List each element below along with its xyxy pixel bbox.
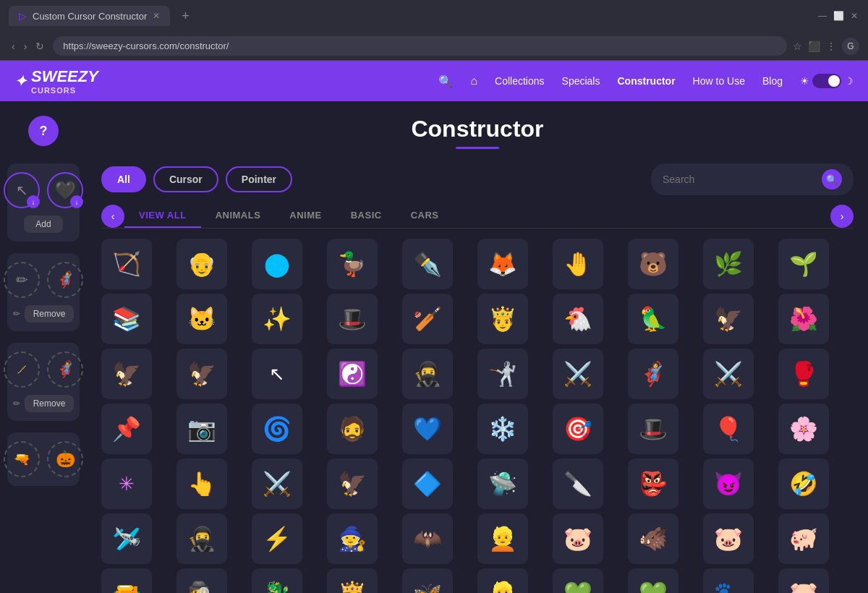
cat-prev-btn[interactable]: ‹ (101, 205, 124, 228)
cursor-item[interactable]: 🥊 (778, 349, 829, 399)
cursor-item[interactable]: 🤚 (553, 239, 603, 289)
cursor-slot-1-cursor[interactable]: ↖ ↓ (4, 172, 40, 208)
nav-how-to-use[interactable]: How to Use (693, 75, 745, 87)
cursor-item[interactable]: 🎩 (327, 294, 378, 344)
bookmark-icon[interactable]: ☆ (793, 40, 802, 52)
cursor-item[interactable]: 👆 (176, 458, 227, 509)
cursor-item[interactable]: ✨ (252, 294, 302, 344)
home-nav-icon[interactable]: ⌂ (470, 74, 477, 88)
cursor-item[interactable]: 🦋 (402, 568, 453, 593)
cat-tab-cars[interactable]: CARS (396, 204, 454, 228)
cursor-item[interactable]: ⚡ (252, 513, 302, 564)
cursor-item[interactable]: 🐷 (778, 568, 829, 593)
theme-toggle[interactable]: ☀ ☽ (800, 74, 854, 88)
nav-blog[interactable]: Blog (762, 75, 783, 87)
cursor-item[interactable]: 🛸 (477, 458, 528, 509)
cat-tab-view-all[interactable]: VIEW ALL (124, 204, 201, 228)
reload-btn[interactable]: ↻ (33, 39, 47, 54)
logo[interactable]: ✦ SWEEZY CURSORS (14, 67, 98, 95)
cursor-item[interactable]: 🦆 (327, 239, 378, 289)
cursor-item[interactable]: 🐔 (553, 294, 603, 344)
nav-specials[interactable]: Specials (562, 75, 600, 87)
cat-tab-anime[interactable]: ANIME (275, 204, 336, 228)
cursor-item[interactable]: ❄️ (477, 404, 528, 454)
cursor-item[interactable]: ⬤ (252, 239, 302, 289)
slot-1-download-icon[interactable]: ↓ (27, 195, 40, 208)
nav-constructor[interactable]: Constructor (617, 75, 675, 87)
forward-btn[interactable]: › (21, 39, 30, 54)
cursor-item[interactable]: 🔷 (402, 458, 453, 509)
cursor-item[interactable]: 🎩 (628, 404, 678, 454)
cursor-item[interactable]: 🦅 (101, 349, 152, 399)
cursor-item[interactable]: 🤺 (477, 349, 528, 399)
new-tab-btn[interactable]: + (176, 9, 195, 24)
cat-tab-basic[interactable]: BASIC (336, 204, 396, 228)
cursor-item[interactable]: ✒️ (402, 239, 453, 289)
cursor-item[interactable]: ☯️ (327, 349, 378, 399)
cursor-item[interactable]: ⚔️ (553, 349, 603, 399)
cursor-item[interactable]: 🌸 (778, 404, 829, 454)
back-btn[interactable]: ‹ (9, 39, 18, 54)
cursor-item[interactable]: 🥷 (402, 349, 453, 399)
search-input[interactable] (663, 174, 816, 185)
cursor-item[interactable]: 👱 (477, 513, 528, 564)
cursor-item[interactable]: 👸 (327, 568, 378, 593)
cursor-item[interactable]: 🧙 (327, 513, 378, 564)
cursor-item[interactable]: ✳ (101, 458, 152, 509)
add-button[interactable]: Add (24, 216, 62, 233)
cursor-item[interactable]: 💙 (402, 404, 453, 454)
edit-icon-2[interactable]: ✏ (13, 398, 20, 409)
edit-icon-1[interactable]: ✏ (13, 309, 20, 319)
cursor-slot-1-pointer[interactable]: 🖤 ↓ (47, 172, 83, 208)
filter-cursor-btn[interactable]: Cursor (153, 166, 218, 192)
cursor-item[interactable]: 🐉 (252, 568, 302, 593)
cursor-item[interactable]: 🌱 (778, 239, 829, 289)
cursor-item[interactable]: 👱 (477, 568, 528, 593)
cursor-item[interactable]: 🔪 (553, 458, 603, 509)
address-bar[interactable]: https://sweezy-cursors.com/constructor/ (53, 36, 787, 56)
cursor-item[interactable]: 📚 (101, 294, 152, 344)
profile-btn[interactable]: G (842, 38, 859, 55)
tab-close-btn[interactable]: ✕ (153, 11, 160, 21)
cursor-item[interactable]: 🐗 (628, 513, 678, 564)
cursor-item[interactable]: 🔫 (101, 568, 152, 593)
cursor-item[interactable]: 📌 (101, 404, 152, 454)
cursor-item[interactable]: 🦜 (628, 294, 678, 344)
cursor-item[interactable]: 🏏 (402, 294, 453, 344)
cat-tab-animals[interactable]: ANIMALS (201, 204, 276, 228)
remove-button-2[interactable]: Remove (25, 395, 75, 412)
slot-1-download-icon2[interactable]: ↓ (70, 195, 83, 208)
cursor-item[interactable]: ⚔️ (252, 458, 302, 509)
cursor-item[interactable]: 🐷 (553, 513, 603, 564)
cursor-item[interactable]: 📷 (176, 404, 227, 454)
filter-pointer-btn[interactable]: Pointer (226, 166, 292, 192)
cursor-item[interactable]: ↖ (252, 349, 302, 399)
search-nav-icon[interactable]: 🔍 (438, 74, 453, 88)
cursor-item[interactable]: 🦸 (628, 349, 678, 399)
nav-collections[interactable]: Collections (495, 75, 544, 87)
cursor-item[interactable]: 🌀 (252, 404, 302, 454)
cursor-item[interactable]: 🤴 (477, 294, 528, 344)
remove-button-1[interactable]: Remove (25, 305, 75, 323)
cursor-item[interactable]: 🛩️ (101, 513, 152, 564)
cursor-item[interactable]: 🦅 (176, 349, 227, 399)
cursor-item[interactable]: 🐾 (703, 568, 754, 593)
menu-icon[interactable]: ⋮ (826, 40, 836, 52)
filter-all-btn[interactable]: All (101, 166, 146, 192)
cursor-item[interactable]: 🌺 (778, 294, 829, 344)
cursor-item[interactable]: 👴 (176, 239, 227, 289)
cursor-item[interactable]: 😈 (703, 458, 754, 509)
cursor-item[interactable]: 🦊 (477, 239, 528, 289)
help-button[interactable]: ? (28, 116, 59, 146)
toggle-track[interactable] (812, 74, 841, 88)
maximize-btn[interactable]: ⬜ (833, 11, 843, 21)
cursor-item[interactable]: 🦅 (703, 294, 754, 344)
cursor-slot-2-cursor[interactable]: ✏ (4, 262, 40, 298)
cursor-item[interactable]: 🕵️ (176, 568, 227, 593)
cursor-item[interactable]: 🏹 (101, 239, 152, 289)
cursor-slot-4-pointer[interactable]: 🎃 (47, 441, 83, 477)
cursor-item[interactable]: 🌿 (703, 239, 754, 289)
cursor-item[interactable]: 🐖 (778, 513, 829, 564)
cursor-item[interactable]: 🤣 (778, 458, 829, 509)
cursor-slot-2-pointer[interactable]: 🦸 (47, 262, 83, 298)
